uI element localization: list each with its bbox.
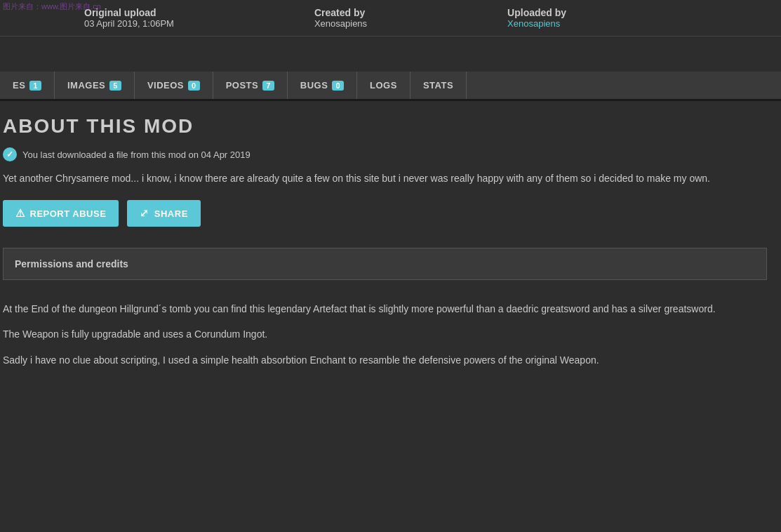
extended-description: At the End of the dungeon Hillgrund´s to… [3,294,767,385]
main-content: ABOUT THIS MOD ✓ You last downloaded a f… [0,101,781,399]
report-abuse-button[interactable]: ⚠ REPORT ABUSE [3,200,119,227]
tabs-bar: ES 1 IMAGES 5 VIDEOS 0 POSTS 7 BUGS 0 LO… [0,72,781,101]
original-upload-date: 03 April 2019, 1:06PM [84,18,174,29]
tab-images-badge: 5 [109,81,121,91]
uploaded-by-col: Uploaded by Xenosapiens [507,7,566,29]
spacer [0,36,781,72]
about-title: ABOUT THIS MOD [3,115,767,138]
share-button[interactable]: ⤢ SHARE [127,200,201,227]
share-label: SHARE [154,208,188,219]
tab-videos-label: VIDEOS [147,80,184,91]
share-icon: ⤢ [140,207,149,220]
permissions-section: Permissions and credits [3,248,767,280]
header-info-bar: Original upload 03 April 2019, 1:06PM Cr… [0,0,781,36]
download-notice: ✓ You last downloaded a file from this m… [3,147,767,161]
tab-logs[interactable]: LOGS [357,72,410,99]
uploaded-by-label: Uploaded by [507,7,566,18]
report-icon: ⚠ [15,207,25,220]
created-by-col: Created by Xenosapiens [314,7,367,29]
tab-logs-label: LOGS [370,80,397,91]
about-section: ABOUT THIS MOD ✓ You last downloaded a f… [3,115,767,227]
tab-files-label: ES [13,80,25,91]
tab-images[interactable]: IMAGES 5 [55,72,135,99]
desc-para2: The Weapon is fully upgradable and uses … [3,326,767,342]
tab-stats-label: STATS [423,80,453,91]
original-upload-col: Original upload 03 April 2019, 1:06PM [84,7,174,29]
tab-videos-badge: 0 [188,81,200,91]
tab-posts-label: POSTS [226,80,259,91]
created-by-value: Xenosapiens [314,18,367,29]
tab-stats[interactable]: STATS [410,72,467,99]
tab-files-badge: 1 [29,81,41,91]
tab-posts-badge: 7 [262,81,274,91]
tab-bugs-label: BUGS [300,80,328,91]
tab-posts[interactable]: POSTS 7 [213,72,288,99]
permissions-header: Permissions and credits [4,248,766,279]
report-abuse-label: REPORT ABUSE [30,208,107,219]
download-notice-text: You last downloaded a file from this mod… [22,149,251,160]
mod-description: Yet another Chrysamere mod... i know, i … [3,171,767,186]
tab-images-label: IMAGES [67,80,105,91]
created-by-label: Created by [314,7,367,18]
action-buttons: ⚠ REPORT ABUSE ⤢ SHARE [3,200,767,227]
checkmark-icon: ✓ [3,147,17,161]
tab-bugs-badge: 0 [332,81,344,91]
original-upload-label: Original upload [84,7,174,18]
desc-para1: At the End of the dungeon Hillgrund´s to… [3,301,767,317]
tab-videos[interactable]: VIDEOS 0 [135,72,213,99]
uploaded-by-value[interactable]: Xenosapiens [507,18,566,29]
tab-files[interactable]: ES 1 [0,72,55,99]
desc-para3: Sadly i have no clue about scripting, I … [3,352,767,368]
tab-bugs[interactable]: BUGS 0 [288,72,357,99]
